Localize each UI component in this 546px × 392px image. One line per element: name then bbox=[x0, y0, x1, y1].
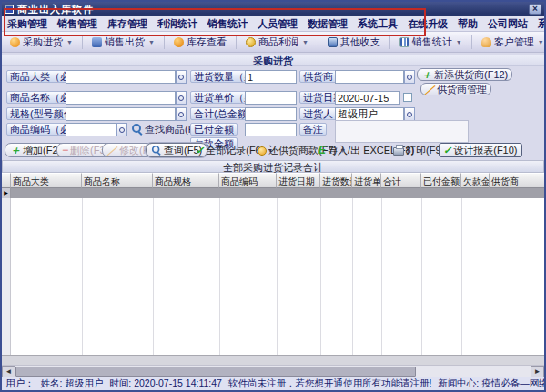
row-selector-header bbox=[2, 173, 11, 188]
toolbar-purchase-in[interactable]: 采购进货 ▼ bbox=[6, 34, 76, 51]
toolbar-label: 销售统计 bbox=[412, 35, 452, 49]
row-selector-arrow-icon: ▶ bbox=[2, 188, 11, 198]
close-icon[interactable]: × bbox=[529, 4, 541, 15]
column-header[interactable]: 供货商 bbox=[490, 173, 544, 188]
scroll-right-icon[interactable]: ► bbox=[531, 366, 544, 377]
add-supplier-button[interactable]: ＋ 新添供货商(F12) bbox=[417, 68, 512, 81]
grid-column-separator bbox=[277, 198, 278, 355]
status-name: 姓名: 超级用户 bbox=[41, 377, 104, 390]
toolbar-product-profit[interactable]: 商品利润 ▼ bbox=[242, 34, 312, 51]
menu-online-upgrade[interactable]: 在线升级 bbox=[408, 17, 448, 31]
menu-bar: 采购管理 销售管理 库存管理 利润统计 销售统计 人员管理 数据管理 系统工具 … bbox=[2, 16, 544, 32]
grid-body[interactable] bbox=[2, 198, 544, 355]
app-window: 商业出入库软件 × 采购管理 销售管理 库存管理 利润统计 销售统计 人员管理 … bbox=[0, 0, 546, 392]
scroll-left-icon[interactable]: ◄ bbox=[2, 366, 15, 377]
menu-data[interactable]: 数据管理 bbox=[308, 17, 348, 31]
scrollbar-thumb[interactable] bbox=[15, 367, 416, 377]
menu-system-tools[interactable]: 系统工具 bbox=[358, 17, 398, 31]
product-code-input[interactable] bbox=[66, 123, 116, 136]
monitor-icon bbox=[328, 37, 338, 47]
cart-icon bbox=[10, 37, 20, 47]
grid-column-separator bbox=[352, 198, 353, 355]
menu-profit-stats[interactable]: 利润统计 bbox=[157, 17, 197, 31]
manage-supplier-button[interactable]: ／ 供货商管理 bbox=[420, 83, 491, 95]
plus-icon: ＋ bbox=[421, 70, 432, 79]
column-header[interactable]: 合计 bbox=[381, 173, 421, 188]
status-news: 新闻中心: 疫情必备—网络版可实现异地在家办公,多个电脑同步操作数据! bbox=[438, 377, 544, 390]
grid-summary-row bbox=[2, 355, 544, 365]
qty-input[interactable]: 1 bbox=[245, 70, 297, 84]
date-checkbox[interactable] bbox=[403, 93, 412, 102]
paid-input[interactable] bbox=[245, 123, 297, 136]
column-header[interactable]: 商品名称 bbox=[82, 173, 153, 188]
toolbar-separator bbox=[318, 35, 318, 49]
status-register-notice: 软件尚未注册，若您想开通使用所有功能请注册! bbox=[228, 377, 431, 390]
grid-column-separator bbox=[153, 198, 154, 355]
date-input[interactable]: 2020-07-15 bbox=[335, 91, 400, 105]
column-header[interactable]: 进货数量 bbox=[320, 173, 352, 188]
total-input[interactable] bbox=[245, 107, 297, 121]
price-input[interactable] bbox=[245, 91, 297, 105]
chevron-down-icon: ▼ bbox=[538, 39, 544, 45]
search-icon bbox=[132, 124, 143, 135]
grid-column-separator bbox=[82, 198, 83, 355]
menu-help[interactable]: 帮助 bbox=[458, 17, 478, 31]
toolbar-label: 销售出货 bbox=[105, 35, 145, 49]
menu-sales[interactable]: 销售管理 bbox=[57, 17, 97, 31]
menu-sales-stats[interactable]: 销售统计 bbox=[207, 17, 248, 31]
column-header[interactable]: 已付金额 bbox=[421, 173, 461, 188]
column-header[interactable]: 欠款金额 bbox=[461, 173, 490, 188]
column-header[interactable]: 商品编码 bbox=[219, 173, 277, 188]
column-header[interactable]: 商品规格 bbox=[153, 173, 219, 188]
manage-supplier-label: 供货商管理 bbox=[437, 83, 487, 96]
menu-personnel[interactable]: 人员管理 bbox=[258, 17, 298, 31]
toolbar-other-income-expense[interactable]: 其他收支 bbox=[324, 34, 384, 51]
design-report-button[interactable]: ✓ 设计报表(F10) bbox=[439, 143, 522, 157]
menu-product-series[interactable]: 系列软件产品 bbox=[538, 17, 546, 31]
status-user-label: 用户： bbox=[5, 377, 35, 390]
selected-row[interactable]: ▶ bbox=[2, 188, 544, 198]
product-name-input[interactable] bbox=[66, 91, 176, 105]
product-name-dropdown-icon[interactable] bbox=[176, 91, 187, 105]
toolbar-label: 客户管理 bbox=[494, 35, 534, 49]
horizontal-scrollbar[interactable]: ◄ ► bbox=[2, 365, 544, 377]
column-header[interactable]: 进货单价 bbox=[352, 173, 381, 188]
spec-dropdown-icon[interactable] bbox=[176, 107, 187, 121]
toolbar-separator bbox=[236, 35, 237, 49]
selected-row-cells bbox=[11, 188, 544, 198]
toolbar-customer-mgmt[interactable]: 客户管理 ▼ bbox=[478, 34, 546, 51]
grid-column-separator bbox=[219, 198, 220, 355]
add-label: 增加(F2) bbox=[23, 144, 61, 157]
buyer-dropdown-icon[interactable] bbox=[404, 107, 415, 121]
remark-textarea[interactable] bbox=[335, 120, 469, 143]
buyer-input[interactable]: 超级用户 bbox=[335, 107, 404, 121]
column-header[interactable]: 进货日期 bbox=[277, 173, 320, 188]
toolbar-stock-view[interactable]: 库存查看 bbox=[170, 34, 230, 51]
supplier-dropdown-icon[interactable] bbox=[404, 70, 415, 84]
toolbar-sales-out[interactable]: 销售出货 ▼ bbox=[88, 34, 158, 51]
category-dropdown-icon[interactable] bbox=[176, 70, 187, 84]
chevron-down-icon: ▼ bbox=[302, 39, 308, 45]
category-input[interactable] bbox=[66, 70, 176, 84]
plus-icon: ＋ bbox=[10, 146, 21, 155]
menu-purchase[interactable]: 采购管理 bbox=[7, 17, 47, 31]
buyer-label: 进货人 bbox=[299, 107, 337, 120]
grid-column-separator bbox=[381, 198, 382, 355]
toolbar-separator bbox=[471, 35, 472, 49]
column-header[interactable]: 商品大类 bbox=[11, 173, 82, 188]
pencil-icon: ／ bbox=[425, 85, 435, 94]
sphere-icon bbox=[174, 37, 184, 47]
menu-inventory[interactable]: 库存管理 bbox=[107, 17, 147, 31]
menu-company-website[interactable]: 公司网站 bbox=[488, 17, 528, 31]
toolbar-separator bbox=[82, 35, 83, 49]
shipping-box-icon bbox=[92, 37, 102, 47]
product-code-dropdown-icon[interactable] bbox=[116, 123, 127, 136]
printer-icon bbox=[393, 147, 404, 156]
supplier-input[interactable] bbox=[335, 70, 404, 84]
search-icon bbox=[152, 146, 161, 155]
toolbar-label: 采购进货 bbox=[23, 35, 63, 49]
toolbar-sales-stats[interactable]: 销售统计 ▼ bbox=[396, 34, 466, 51]
grid-column-separator bbox=[461, 198, 462, 355]
status-bar: 用户： 姓名: 超级用户 时间: 2020-07-15 14:11:47 软件尚… bbox=[2, 377, 544, 390]
spec-input[interactable] bbox=[66, 107, 176, 121]
